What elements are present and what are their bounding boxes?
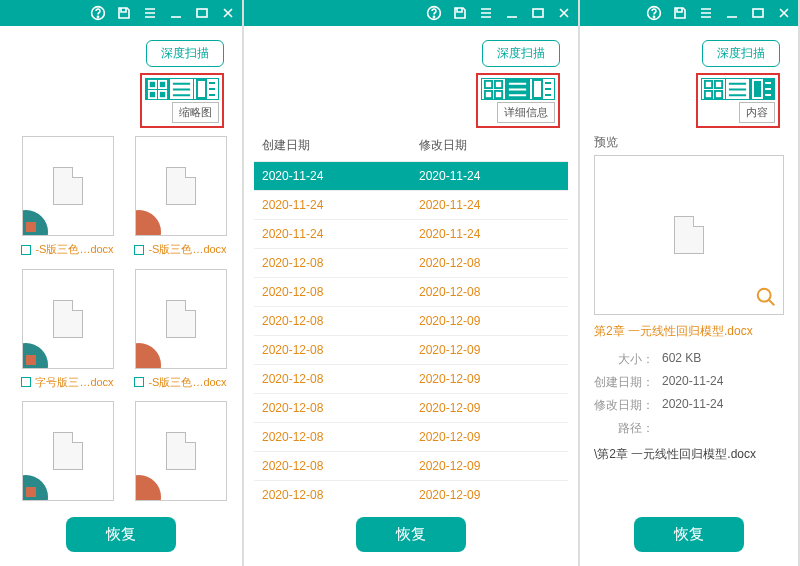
menu-icon[interactable]	[478, 5, 494, 21]
table-row[interactable]: 2020-12-082020-12-09	[254, 336, 568, 365]
save-icon[interactable]	[672, 5, 688, 21]
view-list-icon[interactable]	[726, 79, 750, 99]
save-icon[interactable]	[116, 5, 132, 21]
minimize-icon[interactable]	[168, 5, 184, 21]
table-row[interactable]: 2020-11-242020-11-24	[254, 191, 568, 220]
thumbnail-item[interactable]	[14, 401, 121, 507]
help-icon[interactable]	[646, 5, 662, 21]
svg-point-24	[758, 289, 771, 302]
svg-rect-2	[197, 9, 207, 17]
table-row[interactable]: 2020-12-082020-12-09	[254, 394, 568, 423]
meta-path-value: \第2章 一元线性回归模型.docx	[594, 440, 784, 463]
svg-rect-5	[149, 90, 156, 97]
table-row[interactable]: 2020-12-082020-12-09	[254, 452, 568, 481]
minimize-icon[interactable]	[724, 5, 740, 21]
thumbnail-label: -S版三色…docx	[134, 375, 226, 390]
view-content-icon[interactable]	[194, 79, 218, 99]
table-row[interactable]: 2020-12-082020-12-08	[254, 249, 568, 278]
menu-icon[interactable]	[698, 5, 714, 21]
panel-list-view: 深度扫描 详细信息 创建日期 修改日期 2020-11-242020-11-24…	[244, 0, 580, 566]
minimize-icon[interactable]	[504, 5, 520, 21]
magnify-icon[interactable]	[755, 286, 777, 308]
status-corner-icon	[135, 208, 163, 236]
maximize-icon[interactable]	[750, 5, 766, 21]
preview-pane: 预览 第2章 一元线性回归模型.docx 大小：602 KB 创建日期：2020…	[580, 130, 798, 507]
maximize-icon[interactable]	[194, 5, 210, 21]
view-thumbnail-icon[interactable]	[146, 79, 170, 99]
checkbox-icon[interactable]	[21, 245, 31, 255]
help-icon[interactable]	[426, 5, 442, 21]
highlight-box: 缩略图	[140, 73, 224, 128]
cell-created: 2020-12-08	[254, 336, 411, 364]
svg-rect-12	[495, 80, 502, 87]
thumbnail-frame	[22, 136, 114, 236]
restore-button[interactable]: 恢复	[66, 517, 176, 552]
view-thumbnail-icon[interactable]	[702, 79, 726, 99]
thumbnail-label: -S版三色…docx	[134, 242, 226, 257]
highlight-box: 内容	[696, 73, 780, 128]
restore-button[interactable]: 恢复	[356, 517, 466, 552]
col-modified[interactable]: 修改日期	[411, 130, 568, 161]
document-icon	[166, 432, 196, 470]
cell-modified: 2020-11-24	[411, 220, 568, 248]
cell-created: 2020-12-08	[254, 278, 411, 306]
svg-rect-14	[495, 90, 502, 97]
checkbox-icon[interactable]	[21, 377, 31, 387]
thumbnail-item[interactable]	[127, 401, 234, 507]
maximize-icon[interactable]	[530, 5, 546, 21]
close-icon[interactable]	[556, 5, 572, 21]
deep-scan-button[interactable]: 深度扫描	[702, 40, 780, 67]
table-row[interactable]: 2020-12-082020-12-09	[254, 481, 568, 507]
cell-created: 2020-12-08	[254, 307, 411, 335]
svg-rect-7	[197, 80, 206, 98]
titlebar	[244, 0, 578, 26]
meta-size-value: 602 KB	[662, 351, 701, 368]
file-title: 第2章 一元线性回归模型.docx	[594, 323, 784, 340]
deep-scan-button[interactable]: 深度扫描	[482, 40, 560, 67]
view-thumbnail-icon[interactable]	[482, 79, 506, 99]
status-corner-icon	[135, 473, 163, 501]
thumbnail-item[interactable]: 字号版三…docx	[14, 269, 121, 396]
checkbox-icon[interactable]	[134, 377, 144, 387]
view-content-icon[interactable]	[750, 79, 774, 99]
menu-icon[interactable]	[142, 5, 158, 21]
view-tooltip: 详细信息	[497, 102, 555, 123]
view-list-icon[interactable]	[506, 79, 530, 99]
table-row[interactable]: 2020-11-242020-11-24	[254, 162, 568, 191]
cell-created: 2020-12-08	[254, 394, 411, 422]
document-icon	[53, 167, 83, 205]
view-list-icon[interactable]	[170, 79, 194, 99]
help-icon[interactable]	[90, 5, 106, 21]
svg-point-9	[433, 16, 434, 17]
save-icon[interactable]	[452, 5, 468, 21]
table-row[interactable]: 2020-11-242020-11-24	[254, 220, 568, 249]
checkbox-icon[interactable]	[134, 245, 144, 255]
restore-button[interactable]: 恢复	[634, 517, 744, 552]
thumbnail-item[interactable]: -S版三色…docx	[127, 136, 234, 263]
cell-created: 2020-11-24	[254, 162, 411, 190]
svg-rect-4	[159, 80, 166, 87]
table-row[interactable]: 2020-12-082020-12-08	[254, 278, 568, 307]
svg-rect-10	[533, 9, 543, 17]
status-corner-icon	[22, 208, 50, 236]
col-created[interactable]: 创建日期	[254, 130, 411, 161]
close-icon[interactable]	[220, 5, 236, 21]
svg-rect-21	[705, 90, 712, 97]
cell-modified: 2020-12-09	[411, 336, 568, 364]
table-row[interactable]: 2020-12-082020-12-09	[254, 423, 568, 452]
close-icon[interactable]	[776, 5, 792, 21]
cell-created: 2020-12-08	[254, 249, 411, 277]
thumbnail-item[interactable]: -S版三色…docx	[127, 269, 234, 396]
cell-created: 2020-12-08	[254, 452, 411, 480]
meta-modified-value: 2020-11-24	[662, 397, 723, 414]
preview-frame	[594, 155, 784, 315]
cell-modified: 2020-12-09	[411, 365, 568, 393]
deep-scan-button[interactable]: 深度扫描	[146, 40, 224, 67]
cell-created: 2020-11-24	[254, 220, 411, 248]
titlebar	[0, 0, 242, 26]
cell-modified: 2020-12-09	[411, 452, 568, 480]
table-row[interactable]: 2020-12-082020-12-09	[254, 365, 568, 394]
thumbnail-item[interactable]: -S版三色…docx	[14, 136, 121, 263]
view-content-icon[interactable]	[530, 79, 554, 99]
table-row[interactable]: 2020-12-082020-12-09	[254, 307, 568, 336]
